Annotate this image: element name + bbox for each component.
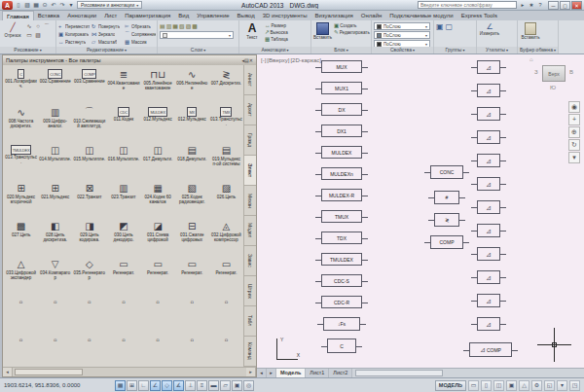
paste-button[interactable]: Вставить [520, 22, 541, 40]
palette-item-28[interactable]: ▨026.Цепь [209, 179, 243, 217]
palette-item-27[interactable]: ▧025.Кодек радиовещат. [175, 179, 209, 217]
ribbon-tab-2[interactable]: Вставка [34, 11, 63, 20]
visual-style-control[interactable]: [2D-каркас] [290, 57, 321, 63]
palette-item-34[interactable]: ⊟031.Сжатие цифровых [175, 217, 209, 255]
palette-tab-10[interactable]: Команд [244, 337, 256, 367]
palette-item-51[interactable]: ▫ [38, 331, 72, 367]
table-button[interactable]: ▦Таблица [265, 36, 288, 42]
palette-tab-4[interactable]: Элект [244, 156, 256, 186]
lwt-toggle[interactable]: ▬ [208, 380, 219, 391]
qat-plot-icon[interactable]: ⊙ [41, 1, 49, 10]
close-button[interactable]: ✕ [571, 1, 582, 10]
palette-item-41[interactable]: ▭Регенерат. [175, 255, 209, 293]
otrack-toggle[interactable]: ∡ [173, 380, 184, 391]
copy-button[interactable]: ▣Копировать [58, 30, 90, 38]
palette-close-button[interactable]: ✕ [249, 57, 253, 63]
prev-tab-button[interactable]: ◂ [257, 369, 267, 377]
osnap-toggle[interactable]: ◇ [162, 380, 172, 391]
panel-label-block[interactable]: Блок [311, 47, 371, 53]
palette-scroll-right[interactable]: ▸ [246, 368, 256, 376]
maximize-button[interactable]: ◻ [560, 1, 570, 10]
palette-item-30[interactable]: ◧028.Цепь дискретиза. [38, 217, 72, 255]
zoom-button[interactable]: ⊕ [568, 126, 580, 138]
ribbon-tab-9[interactable]: 3D инструменты [259, 11, 311, 20]
palette-item-21[interactable]: ▤019.Мульдекс п-ой системы [209, 141, 243, 179]
block-comp-31[interactable]: ⊿COMP [469, 342, 512, 357]
palette-item-3[interactable]: COMP003.Сравнение [72, 65, 106, 103]
fillet-button[interactable]: ⌒Сопряжение [125, 30, 156, 38]
viewcube[interactable]: ⌂ Верх З В Ю [529, 56, 574, 97]
block-conc-15[interactable]: CONC [430, 165, 463, 179]
block-≷-17[interactable]: ≷ [434, 213, 459, 227]
block-muldexn-6[interactable]: MULDEXn [321, 167, 362, 180]
palette-item-36[interactable]: △033.Цифровой экспандер [4, 255, 38, 293]
block-symbol-29[interactable]: ⊿ [477, 294, 500, 307]
palette-item-40[interactable]: ▭Регенерат. [141, 255, 175, 293]
ribbon-tab-4[interactable]: Лист [100, 11, 121, 20]
qp-toggle[interactable]: ▣ [232, 380, 242, 391]
palette-item-35[interactable]: ◬032.Цифровой компрессор [209, 217, 243, 255]
rectangle-icon[interactable]: ▭ [25, 31, 33, 39]
arc-icon[interactable]: ⌒ [43, 22, 51, 30]
ribbon-tab-12[interactable]: Подключаемые модули [385, 11, 456, 20]
create-block-button[interactable]: ▣Создать [334, 22, 370, 28]
block-symbol-22[interactable]: ⊿ [477, 130, 500, 144]
mirror-button[interactable]: ⋈Зеркало [91, 30, 123, 38]
block-tmux-8[interactable]: TMUX [321, 210, 362, 223]
block-dx-3[interactable]: DX [321, 103, 362, 116]
status-menu-button[interactable]: ▾ [557, 380, 567, 391]
ribbon-tab-7[interactable]: Управление [193, 11, 233, 20]
orbit-button[interactable]: ↻ [568, 139, 580, 151]
block-mux1-2[interactable]: MUX1 [321, 82, 362, 94]
palette-item-9[interactable]: ▥009.Цифро-аналог. [38, 103, 72, 141]
block-symbol-30[interactable]: ⊿ [477, 317, 500, 331]
tpy-toggle[interactable]: ▱ [220, 380, 231, 391]
block-mux-1[interactable]: MUX [321, 60, 362, 73]
block-symbol-20[interactable]: ⊿ [477, 84, 500, 97]
palette-item-23[interactable]: ⊞021.Мульдекс [38, 179, 72, 217]
palette-tab-2[interactable]: Архит [244, 95, 256, 125]
lock-ui-button[interactable]: ◱ [544, 380, 555, 391]
qat-qat-menu-icon[interactable]: ▾ [67, 1, 75, 10]
palette-scrollbar[interactable]: ◂▸ [3, 367, 256, 376]
measure-button[interactable]: ∠ Измерить [479, 22, 500, 36]
next-tab-button[interactable]: ▸ [267, 369, 276, 377]
panel-label-properties[interactable]: Свойства [372, 47, 433, 53]
palette-item-14[interactable]: TMX013.Транспульс. [209, 103, 243, 141]
block-tdx-9[interactable]: TDX [321, 232, 362, 244]
palette-item-4[interactable]: ≣004.Квантование [106, 65, 140, 103]
block-symbol-25[interactable]: ⊿ [477, 200, 500, 214]
block-symbol-28[interactable]: ⊿ [477, 270, 500, 284]
palette-tab-3[interactable]: Гражд [244, 125, 256, 156]
palette-item-15[interactable]: TMULDEX013.Транспульс. [4, 141, 38, 179]
block-#-16[interactable]: # [434, 191, 459, 204]
viewcube-top-face[interactable]: Верх [542, 65, 566, 82]
tab-лист1[interactable]: Лист1 [306, 369, 329, 377]
viewcube-east-label[interactable]: В [569, 69, 573, 75]
move-button[interactable]: +Переместить [58, 22, 90, 30]
ribbon-tab-1[interactable]: Главная [2, 11, 34, 20]
block-tmuldex-10[interactable]: TMULDEX [321, 253, 362, 266]
linetype-dropdown[interactable]: ПоСлою [374, 31, 430, 39]
snap-toggle[interactable]: ▦ [115, 380, 126, 391]
block-↓fs-13[interactable]: ↓Fs [323, 317, 360, 331]
block-cdc-r-12[interactable]: CDC-R [321, 296, 362, 308]
line-button[interactable]: ╱ Отрезок [2, 22, 23, 46]
palette-item-38[interactable]: ◇035.Регенератор [72, 255, 106, 293]
palette-title-bar[interactable]: Палитры инструментов - Все палитры ◂▤✕ [3, 55, 256, 65]
palette-item-46[interactable]: ▫ [106, 293, 140, 331]
palette-item-44[interactable]: ▫ [38, 293, 72, 331]
application-menu-button[interactable]: A [2, 1, 13, 10]
circle-icon[interactable]: ○ [34, 22, 42, 30]
palette-item-19[interactable]: ◫017.Демульти. [141, 141, 175, 179]
layer-freeze-icon[interactable]: ▦ [172, 22, 178, 29]
block-cdc-s-11[interactable]: CDC-S [321, 274, 362, 287]
panel-label-clipboard[interactable]: Буфер обмена [518, 47, 558, 53]
scale-button[interactable]: ▱Масштаб [91, 38, 123, 46]
block-comp-18[interactable]: COMP [430, 235, 463, 249]
palette-item-31[interactable]: ◨029.Цепь кодирова. [72, 217, 106, 255]
block-c-14[interactable]: C [327, 339, 356, 353]
hatch-icon[interactable]: ▨ [34, 31, 42, 39]
exchange-apps-icon[interactable]: ★ [528, 1, 535, 10]
clean-screen-button[interactable]: ◳ [569, 380, 580, 391]
